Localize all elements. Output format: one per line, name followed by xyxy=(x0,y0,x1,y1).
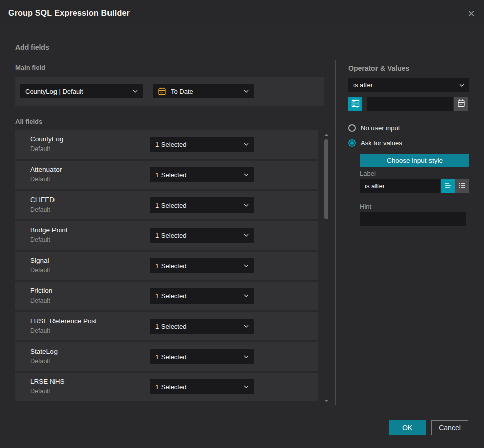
label-caption: Label xyxy=(360,170,376,177)
field-row: StateLog Default 1 Selected xyxy=(15,342,318,371)
dialog-titlebar: Group SQL Expression Builder ✕ xyxy=(0,0,484,26)
cancel-button[interactable]: Cancel xyxy=(431,420,468,435)
field-subtitle: Default xyxy=(30,327,50,334)
field-subtitle: Default xyxy=(30,267,50,274)
chevron-down-icon xyxy=(244,143,249,146)
radio-no-user-input-label: No user input xyxy=(361,124,400,132)
field-selected-dropdown[interactable]: 1 Selected xyxy=(150,137,254,152)
radio-ask-for-values[interactable]: Ask for values xyxy=(348,139,402,147)
choose-input-style-button[interactable]: Choose input style xyxy=(360,154,469,167)
field-row: LRSE Reference Post Default 1 Selected xyxy=(15,312,318,340)
field-selected-dropdown[interactable]: 1 Selected xyxy=(150,228,254,243)
chevron-down-icon xyxy=(459,84,464,87)
label-input[interactable] xyxy=(360,179,440,193)
date-field-select-value: To Date xyxy=(171,88,240,95)
main-field-panel: CountyLog | Default To Date xyxy=(15,77,324,106)
field-selected-value: 1 Selected xyxy=(155,262,240,270)
field-subtitle: Default xyxy=(30,236,50,243)
radio-ask-for-values-label: Ask for values xyxy=(361,139,402,147)
list-input-style-button[interactable] xyxy=(455,179,469,193)
chevron-down-icon xyxy=(244,355,249,358)
field-selected-value: 1 Selected xyxy=(155,171,240,179)
all-fields-list: CountyLog Default 1 Selected Attenuator … xyxy=(15,130,318,401)
field-selected-value: 1 Selected xyxy=(155,383,240,391)
calendar-icon xyxy=(457,99,465,109)
field-row: Attenuator Default 1 Selected xyxy=(15,161,318,189)
chevron-down-icon xyxy=(244,294,249,297)
field-name: CLIFED xyxy=(30,196,55,204)
align-left-icon xyxy=(444,181,452,191)
chevron-down-icon xyxy=(244,385,249,388)
operator-values-heading: Operator & Values xyxy=(348,64,409,72)
scrollbar-thumb[interactable] xyxy=(324,139,328,219)
field-name: LRSE Reference Post xyxy=(30,317,97,325)
single-input-style-button[interactable] xyxy=(441,179,455,193)
field-subtitle: Default xyxy=(30,145,50,153)
ok-button[interactable]: OK xyxy=(389,420,426,435)
all-fields-heading: All fields xyxy=(15,118,42,125)
field-subtitle: Default xyxy=(30,176,50,183)
chevron-down-icon xyxy=(244,204,249,207)
field-subtitle: Default xyxy=(30,206,50,213)
field-subtitle: Default xyxy=(30,297,50,304)
hint-input[interactable] xyxy=(360,212,466,226)
calendar-icon xyxy=(158,87,166,95)
chevron-down-icon xyxy=(133,90,138,93)
field-selected-dropdown[interactable]: 1 Selected xyxy=(150,349,254,364)
field-row: Friction Default 1 Selected xyxy=(15,282,318,310)
select-values-from-list-button[interactable] xyxy=(348,97,362,111)
field-name: Friction xyxy=(30,287,52,294)
field-selected-dropdown[interactable]: 1 Selected xyxy=(150,288,254,304)
field-row: CountyLog Default 1 Selected xyxy=(15,130,318,159)
date-picker-button[interactable] xyxy=(454,97,468,111)
field-subtitle: Default xyxy=(30,358,50,365)
scroll-up-icon[interactable] xyxy=(324,133,329,136)
list-scrollbar[interactable] xyxy=(322,130,330,404)
field-name: Bridge Point xyxy=(30,226,68,234)
add-fields-heading: Add fields xyxy=(15,43,49,52)
field-selected-dropdown[interactable]: 1 Selected xyxy=(150,258,254,273)
scroll-down-icon[interactable] xyxy=(324,399,329,402)
field-selected-dropdown[interactable]: 1 Selected xyxy=(150,319,254,334)
list-icon xyxy=(458,181,466,191)
main-field-heading: Main field xyxy=(15,64,45,71)
panel-divider xyxy=(335,60,336,405)
field-selected-value: 1 Selected xyxy=(155,323,240,330)
field-selected-value: 1 Selected xyxy=(155,292,240,300)
dialog-title: Group SQL Expression Builder xyxy=(8,9,130,18)
field-selected-value: 1 Selected xyxy=(155,232,240,239)
operator-select[interactable]: is after xyxy=(348,78,469,92)
group-sql-expression-builder-dialog: Group SQL Expression Builder ✕ Add field… xyxy=(0,0,484,448)
field-row: LRSE NHS Default 1 Selected xyxy=(15,373,318,401)
radio-circle-icon[interactable] xyxy=(348,124,356,132)
date-field-select[interactable]: To Date xyxy=(153,84,254,98)
chevron-down-icon xyxy=(244,173,249,176)
values-list-icon xyxy=(351,99,360,110)
field-row: CLIFED Default 1 Selected xyxy=(15,191,318,219)
field-selected-dropdown[interactable]: 1 Selected xyxy=(150,197,254,213)
field-selected-value: 1 Selected xyxy=(155,353,240,361)
chevron-down-icon xyxy=(244,264,249,267)
radio-no-user-input[interactable]: No user input xyxy=(348,124,400,132)
field-row: Signal Default 1 Selected xyxy=(15,252,318,280)
close-icon[interactable]: ✕ xyxy=(465,7,478,20)
operator-select-value: is after xyxy=(353,81,455,89)
field-selected-value: 1 Selected xyxy=(155,141,240,148)
hint-caption: Hint xyxy=(360,203,371,210)
field-selected-value: 1 Selected xyxy=(155,202,240,209)
chevron-down-icon xyxy=(244,90,249,93)
field-name: StateLog xyxy=(30,347,58,355)
field-name: Attenuator xyxy=(30,166,62,173)
main-field-select-value: CountyLog | Default xyxy=(25,88,129,95)
main-field-select[interactable]: CountyLog | Default xyxy=(20,84,143,98)
field-selected-dropdown[interactable]: 1 Selected xyxy=(150,167,254,182)
field-name: LRSE NHS xyxy=(30,378,65,385)
value-input[interactable] xyxy=(367,97,453,111)
field-name: Signal xyxy=(30,257,49,264)
field-row: Bridge Point Default 1 Selected xyxy=(15,221,318,250)
chevron-down-icon xyxy=(244,234,249,237)
field-subtitle: Default xyxy=(30,388,50,395)
radio-circle-checked-icon[interactable] xyxy=(348,139,356,147)
field-name: CountyLog xyxy=(30,135,63,143)
field-selected-dropdown[interactable]: 1 Selected xyxy=(150,379,254,394)
